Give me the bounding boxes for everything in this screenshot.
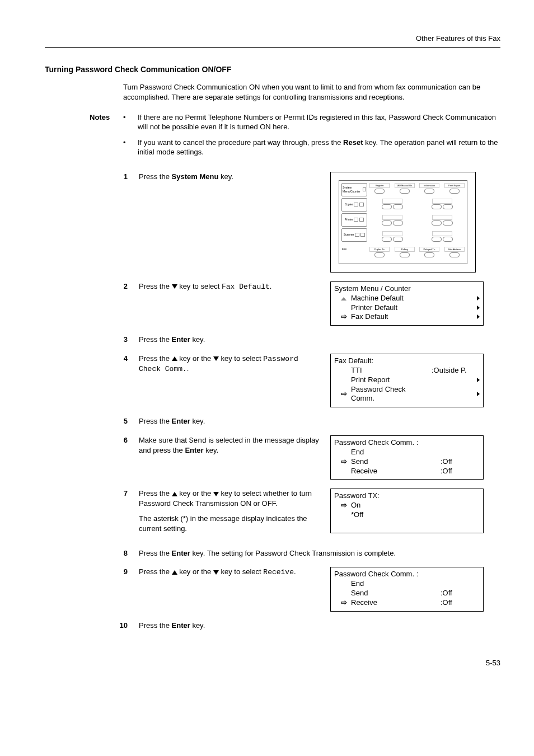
step: 2 Press the key to select Fax Default. S…: [45, 281, 500, 326]
note-item: • If there are no Permit Telephone Numbe…: [123, 112, 500, 132]
note-text: If you want to cancel the procedure part…: [138, 138, 500, 157]
step-number: 2: [105, 281, 139, 292]
step-text: Press the key to select Fax Default.: [139, 281, 324, 298]
lcd-display: System Menu / Counter Machine Default Pr…: [330, 281, 484, 326]
step-number: 5: [105, 416, 139, 426]
lcd-item: ⇨Fax Default: [334, 312, 480, 322]
down-arrow-icon: [172, 284, 177, 289]
panel-button: System Menu/Counter: [341, 183, 367, 196]
step-number: 10: [105, 621, 139, 631]
step-number: 1: [105, 172, 139, 182]
lcd-display: Password TX: ⇨On *Off: [330, 489, 484, 533]
lcd-item: Printer Default: [334, 303, 480, 313]
lcd-item: ⇨Receive:Off: [334, 598, 480, 608]
lcd-item: End: [334, 579, 480, 589]
submenu-arrow-icon: [477, 296, 480, 300]
submenu-arrow-icon: [477, 378, 480, 382]
step: 7 Press the key or the key to select whe…: [45, 489, 500, 539]
step-text: Press the key or the key to select Recei…: [139, 567, 324, 583]
operation-panel-illustration: System Menu/Counter Copier Printer Scann…: [330, 172, 476, 273]
step-text: Press the Enter key.: [139, 335, 475, 345]
step-number: 7: [105, 489, 139, 499]
notes-list: • If there are no Permit Telephone Numbe…: [123, 112, 500, 163]
down-arrow-icon: [213, 570, 219, 575]
selection-arrow-icon: ⇨: [340, 312, 348, 322]
lcd-display: Password Check Comm. : End ⇨Send:Off Rec…: [330, 435, 484, 480]
lcd-title: Password Check Comm. :: [334, 570, 480, 579]
panel-button: Scanner: [341, 228, 367, 242]
page-number: 5-53: [45, 658, 500, 668]
step-text: Press the Enter key.: [139, 621, 475, 631]
selection-arrow-icon: ⇨: [340, 389, 348, 399]
step-number: 4: [105, 354, 139, 364]
chapter-title: Other Features of this Fax: [416, 34, 500, 43]
step-number: 3: [105, 335, 139, 345]
lcd-item: ⇨Password Check Comm.: [334, 385, 480, 404]
lcd-title: Password Check Comm. :: [334, 438, 480, 448]
lcd-item: Send:Off: [334, 589, 480, 598]
selection-arrow-icon: ⇨: [340, 501, 348, 510]
lcd-item: *Off: [334, 510, 480, 520]
step: 6 Make sure that Send is selected in the…: [45, 435, 500, 480]
section-title: Turning Password Check Communication ON/…: [45, 64, 500, 75]
lcd-item: Print Report: [334, 375, 480, 385]
lcd-item: Machine Default: [334, 294, 480, 303]
up-arrow-icon: [172, 492, 177, 496]
lcd-item: [334, 520, 480, 529]
note-text: If there are no Permit Telephone Numbers…: [138, 112, 500, 132]
lcd-item: ⇨Send:Off: [334, 457, 480, 467]
down-arrow-icon: [213, 356, 219, 361]
step: 5 Press the Enter key.: [45, 416, 500, 426]
panel-label: Fax: [341, 243, 367, 256]
submenu-arrow-icon: [477, 392, 480, 396]
panel-button: Printer: [341, 213, 367, 227]
up-arrow-icon: [172, 356, 177, 361]
down-arrow-icon: [213, 492, 219, 496]
intro-paragraph: Turn Password Check Communication ON whe…: [123, 82, 500, 102]
notes-block: Notes • If there are no Permit Telephone…: [90, 112, 500, 163]
up-arrow-icon: [172, 570, 177, 575]
lcd-item: End: [334, 448, 480, 457]
note-item: • If you want to cancel the procedure pa…: [123, 138, 500, 157]
step-text: Press the key or the key to select wheth…: [139, 489, 324, 539]
steps-list: 1 Press the System Menu key. System Menu…: [45, 172, 500, 631]
selection-arrow-icon: ⇨: [340, 457, 348, 467]
step-text: Press the Enter key.: [139, 416, 475, 426]
step-text: Press the Enter key. The setting for Pas…: [139, 548, 475, 558]
page-header: Other Features of this Fax: [45, 34, 500, 48]
step-text: Press the System Menu key.: [139, 172, 324, 187]
selection-arrow-icon: ⇨: [340, 598, 348, 608]
lcd-display: Fax Default: TTI:Outside P. Print Report…: [330, 354, 484, 407]
step: 4 Press the key or the key to select Pas…: [45, 354, 500, 407]
lcd-display: Password Check Comm. : End Send:Off ⇨Rec…: [330, 567, 484, 612]
notes-label: Notes: [90, 112, 123, 163]
lcd-item: Receive:Off: [334, 467, 480, 476]
lcd-title: Fax Default:: [334, 356, 480, 366]
step: 8 Press the Enter key. The setting for P…: [45, 548, 500, 558]
step-number: 9: [105, 567, 139, 577]
panel-button: Copier: [341, 198, 367, 212]
step-number: 8: [105, 548, 139, 558]
lcd-title: Password TX:: [334, 491, 480, 501]
up-chevron-icon: [341, 297, 346, 300]
bullet-icon: •: [123, 138, 138, 157]
submenu-arrow-icon: [477, 314, 480, 319]
lcd-title: System Menu / Counter: [334, 284, 480, 294]
lcd-item: TTI:Outside P.: [334, 366, 480, 375]
step: 1 Press the System Menu key. System Menu…: [45, 172, 500, 273]
bullet-icon: •: [123, 112, 138, 132]
step: 3 Press the Enter key.: [45, 335, 500, 345]
submenu-arrow-icon: [477, 306, 480, 310]
step-number: 6: [105, 435, 139, 445]
step-text: Make sure that Send is selected in the m…: [139, 435, 324, 461]
step: 10 Press the Enter key.: [45, 621, 500, 631]
step: 9 Press the key or the key to select Rec…: [45, 567, 500, 612]
lcd-item: ⇨On: [334, 501, 480, 510]
step-text: Press the key or the key to select Passw…: [139, 354, 324, 380]
